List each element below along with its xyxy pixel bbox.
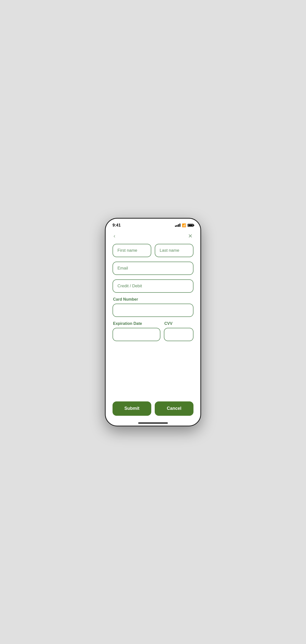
form-content: Card Number Expiration Date CVV [106,244,200,406]
card-number-input[interactable] [112,304,194,317]
wifi-icon: 📶 [182,223,186,227]
cvv-input[interactable] [164,328,194,341]
status-icons: 📶 [175,223,194,227]
status-bar: 9:41 📶 [106,218,200,230]
home-indicator [138,422,168,424]
cvv-group: CVV [164,322,194,341]
card-number-group: Card Number [112,297,194,317]
nav-bar: ‹ ✕ [106,230,200,244]
phone-frame: 9:41 📶 ‹ ✕ [105,218,201,426]
first-name-input[interactable] [112,244,151,257]
close-button[interactable]: ✕ [187,232,194,240]
expiry-input[interactable] [112,328,160,341]
battery-icon [188,224,194,227]
last-name-input[interactable] [155,244,194,257]
submit-button[interactable]: Submit [112,402,151,416]
cvv-label: CVV [164,322,194,326]
signal-icon [175,224,180,227]
expiry-cvv-row: Expiration Date CVV [112,322,194,346]
cancel-button[interactable]: Cancel [155,402,194,416]
credit-debit-group [112,280,194,293]
email-group [112,262,194,275]
back-button[interactable]: ‹ [112,232,116,240]
bottom-buttons: Submit Cancel [106,402,200,416]
expiry-label: Expiration Date [112,322,160,326]
name-row [112,244,194,257]
email-input[interactable] [112,262,194,275]
card-number-label: Card Number [112,297,194,302]
credit-debit-input[interactable] [112,280,194,293]
expiry-group: Expiration Date [112,322,160,341]
status-time: 9:41 [112,223,121,228]
